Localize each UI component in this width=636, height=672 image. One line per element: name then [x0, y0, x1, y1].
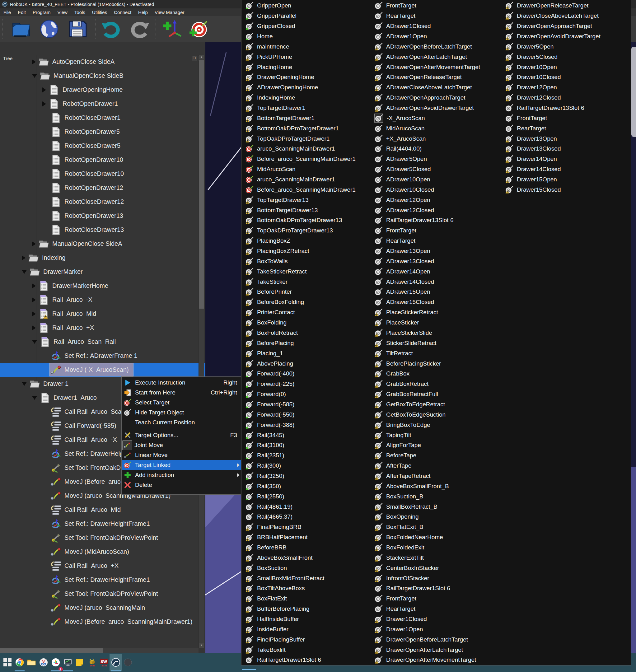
- tree-item[interactable]: RobotOpenDrawer5: [0, 125, 205, 139]
- flyout-menu-item[interactable]: IndexingHome: [245, 93, 356, 103]
- flyout-menu-item[interactable]: ADrawer15Closed: [374, 297, 480, 308]
- flyout-menu-item[interactable]: Forward(-585): [245, 399, 356, 410]
- menu-view-manager[interactable]: View Manager: [151, 9, 188, 16]
- flyout-menu-item[interactable]: RearTarget: [505, 123, 600, 134]
- flyout-menu-item[interactable]: ADrawer10Open: [374, 175, 480, 185]
- tree-item[interactable]: RobotCloseDrawer12: [0, 195, 205, 209]
- scroll-thumb[interactable]: [0, 648, 103, 653]
- flyout-menu-item[interactable]: RailTargetDrawer1Slot 6: [374, 583, 480, 594]
- flyout-menu-item[interactable]: Before_aruco_ScanningMainDrawer1: [245, 184, 356, 195]
- scroll-thumb[interactable]: [199, 60, 204, 309]
- flyout-menu-item[interactable]: MidArucoScan: [374, 123, 480, 134]
- flyout-menu-item[interactable]: Rail(4665.37): [245, 512, 356, 522]
- flyout-menu-item[interactable]: RearTarget: [374, 236, 480, 246]
- flyout-menu-item[interactable]: Drawer15Open: [505, 175, 600, 185]
- chevron-down-icon[interactable]: [22, 270, 27, 274]
- flyout-menu-item[interactable]: RearTarget: [374, 604, 480, 614]
- flyout-menu-item[interactable]: RailTargetDrawer13Slot 6: [505, 103, 600, 113]
- flyout-menu-item[interactable]: BeforePrinter: [245, 287, 356, 297]
- tree-item[interactable]: Indexing: [0, 251, 205, 265]
- sticky-notes-icon[interactable]: [74, 654, 86, 671]
- context-menu-item-linear-move[interactable]: Linear Move: [122, 450, 241, 460]
- flyout-menu-item[interactable]: GetBoxToEdgeSuction: [374, 410, 480, 420]
- tree-item[interactable]: MoveJ (MidArucoScan): [0, 545, 205, 559]
- menu-program[interactable]: Program: [29, 9, 54, 16]
- flyout-menu-item[interactable]: FrontTarget: [505, 113, 600, 123]
- scroll-down-icon[interactable]: ▼: [199, 643, 204, 648]
- chevron-right-icon[interactable]: [32, 283, 36, 289]
- flyout-menu-item[interactable]: Rail(3445): [245, 430, 356, 440]
- tree-item[interactable]: MoveJ (aruco_ScanningMain: [0, 601, 205, 615]
- tree-item[interactable]: AutoOpenClose SideA: [0, 55, 205, 69]
- flyout-menu-item[interactable]: maintmence: [245, 41, 356, 52]
- tree-item[interactable]: Rail_Aruco_Mid: [0, 307, 205, 321]
- menu-help[interactable]: Help: [135, 9, 151, 16]
- flyout-menu-item[interactable]: AlignForTape: [374, 440, 480, 451]
- flyout-menu-item[interactable]: Forward(-400): [245, 369, 356, 379]
- flyout-menu-item[interactable]: FrontTarget: [374, 1, 480, 11]
- flyout-menu-item[interactable]: DrawerOpenAfterMovementTarget: [374, 655, 480, 665]
- flyout-menu-item[interactable]: RailTargetDrawer1Slot 6: [245, 655, 356, 665]
- flyout-menu-item[interactable]: DrawerOpenAvoidDrawerTarget: [505, 32, 600, 42]
- chevron-right-icon[interactable]: [32, 297, 36, 302]
- menu-file[interactable]: File: [0, 9, 14, 16]
- flyout-menu-item[interactable]: GripperClosed: [245, 21, 356, 32]
- scroll-up-icon[interactable]: ▲: [199, 55, 204, 59]
- context-menu-item-execute-instruction[interactable]: Execute InstructionRight: [122, 378, 241, 388]
- flyout-menu-item[interactable]: PlaceSticker: [374, 318, 480, 328]
- flyout-menu-item[interactable]: Drawer1Open: [374, 624, 480, 634]
- flyout-menu-item[interactable]: InfrontOfStacker: [374, 573, 480, 583]
- flyout-menu-item[interactable]: PlacingHome: [245, 62, 356, 72]
- flyout-menu-item[interactable]: ADrawerOpenAfterMovementTarget: [374, 62, 480, 72]
- tree-item[interactable]: RobotCloseDrawer13: [0, 223, 205, 237]
- flyout-menu-item[interactable]: ADrawerOpenApproachTarget: [374, 93, 480, 103]
- flyout-menu-item[interactable]: Drawer12Closed: [505, 93, 600, 103]
- flyout-menu-item[interactable]: BoxFlatExit: [245, 594, 356, 604]
- flyout-menu-item[interactable]: ADrawer1Open: [374, 32, 480, 42]
- flyout-menu-item[interactable]: Rail(350): [245, 481, 356, 491]
- flyout-menu-item[interactable]: Drawer13Closed: [505, 144, 600, 154]
- tree-item[interactable]: RobotCloseDrawer1: [0, 111, 205, 125]
- context-menu-item-delete[interactable]: Delete: [122, 480, 241, 490]
- flyout-menu-item[interactable]: BoxFoldedExit: [374, 542, 480, 553]
- tree-item[interactable]: Set Ref.: DrawerHeightFrame1: [0, 517, 205, 531]
- flyout-menu-item[interactable]: FrontTarget: [374, 594, 480, 604]
- chevron-right-icon[interactable]: [42, 87, 46, 93]
- flyout-menu-item[interactable]: Drawer13Open: [505, 134, 600, 144]
- flyout-menu-item[interactable]: Drawer5Closed: [505, 52, 600, 62]
- flyout-menu-item[interactable]: Placing_1: [245, 348, 356, 358]
- flyout-menu-item[interactable]: ADrawerOpenBeforeLatchTarget: [374, 41, 480, 52]
- flyout-menu-item[interactable]: InsideBuffer: [245, 624, 356, 634]
- flyout-menu-item[interactable]: BottomOakDProTargetDrawer13: [245, 215, 356, 225]
- tree-item[interactable]: Set Tool: FrontOakDProViewPoint: [0, 531, 205, 545]
- flyout-menu-item[interactable]: GrabBoxRetract: [374, 379, 480, 389]
- flyout-menu-item[interactable]: BoxFlatExit_B: [374, 522, 480, 532]
- flyout-menu-item[interactable]: DrawerCloseAboveLatchTarget: [505, 11, 600, 21]
- flyout-menu-item[interactable]: BoxFolding: [245, 318, 356, 328]
- flyout-menu-item[interactable]: ADrawer12Closed: [374, 205, 480, 215]
- flyout-menu-item[interactable]: Rail(2550): [245, 491, 356, 501]
- chevron-right-icon[interactable]: [32, 312, 36, 316]
- robodk-icon[interactable]: [110, 654, 122, 671]
- tree-item[interactable]: DrawerMarker: [0, 265, 205, 279]
- flyout-menu-item[interactable]: ADrawer5Open: [374, 154, 480, 164]
- flyout-menu-item[interactable]: TiltRetract: [374, 348, 480, 358]
- tree-item[interactable]: ManualOpenClose SideA: [0, 237, 205, 251]
- redo-icon[interactable]: [127, 18, 152, 40]
- flyout-menu-item[interactable]: TapingTilt: [374, 430, 480, 440]
- flyout-menu-item[interactable]: GetBoxToEdgeRetract: [374, 399, 480, 410]
- flyout-menu-item[interactable]: Forward(-388): [245, 420, 356, 430]
- menu-tools[interactable]: Tools: [71, 9, 89, 16]
- flyout-menu-item[interactable]: HalfInsideBuffer: [245, 614, 356, 625]
- flyout-menu-item[interactable]: Forward(-550): [245, 410, 356, 420]
- flyout-menu-item[interactable]: AboveBoxSmallFront: [245, 553, 356, 563]
- flyout-menu-item[interactable]: aruco_ScanningMainDrawer1: [245, 144, 356, 154]
- flyout-menu-item[interactable]: Drawer15Closed: [505, 184, 600, 195]
- chevron-right-icon[interactable]: [42, 101, 46, 106]
- context-menu-item-target-options[interactable]: Target Options...F3: [122, 430, 241, 440]
- flyout-menu-item[interactable]: ADrawer14Closed: [374, 277, 480, 287]
- windows-start-icon[interactable]: [1, 654, 14, 671]
- add-reference-frame-icon[interactable]: [160, 18, 184, 40]
- flyout-menu-item[interactable]: BottomOakDProTargetDrawer1: [245, 123, 356, 134]
- flyout-menu-item[interactable]: Rail(3250): [245, 471, 356, 481]
